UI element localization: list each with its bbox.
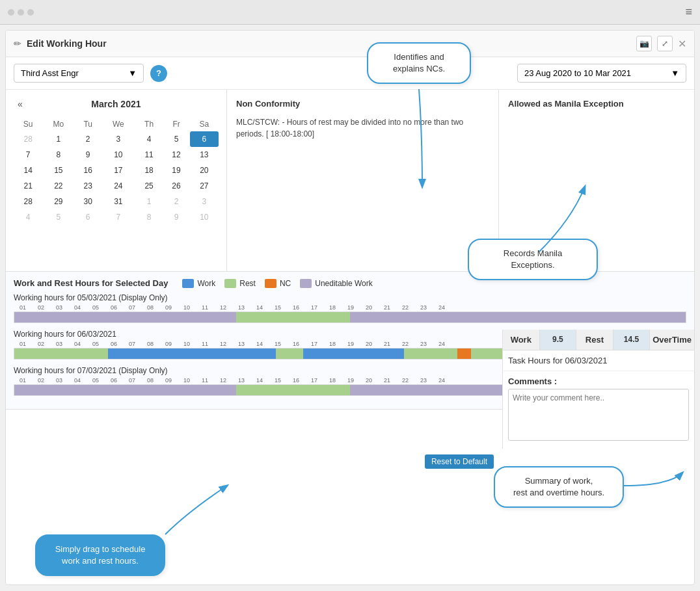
expand-button[interactable]: ⤢ <box>657 36 673 51</box>
timeline-bar[interactable] <box>14 311 686 323</box>
calendar-day[interactable]: 16 <box>74 163 101 178</box>
calendar-day[interactable]: 26 <box>163 178 189 194</box>
calendar-day[interactable]: 28 <box>14 131 42 147</box>
calendar-day[interactable]: 15 <box>42 163 74 178</box>
hour-label: 17 <box>305 341 323 347</box>
calendar-day[interactable]: 1 <box>135 194 163 209</box>
calendar-day[interactable]: 19 <box>163 163 189 178</box>
calendar-day[interactable]: 29 <box>42 194 74 209</box>
hour-label: 13 <box>232 304 250 311</box>
calendar-month-title: March 2021 <box>91 99 141 109</box>
calendar-day[interactable]: 22 <box>42 178 74 194</box>
calendar-day[interactable]: 2 <box>163 194 189 209</box>
calendar-day[interactable]: 18 <box>135 163 163 178</box>
summary-work-label: Work <box>503 330 540 350</box>
calendar-day[interactable]: 7 <box>101 209 135 225</box>
calendar-panel: « March 2021 SuMoTuWeThFrSa 281234567891… <box>6 90 227 271</box>
camera-button[interactable]: 📷 <box>636 36 652 51</box>
close-button[interactable]: ✕ <box>678 38 686 50</box>
summary-rest-label: Rest <box>576 330 613 350</box>
hour-label: 04 <box>68 341 87 347</box>
calendar-prev-button[interactable]: « <box>14 98 27 111</box>
calendar-day[interactable]: 5 <box>163 131 189 147</box>
hour-label: 21 <box>378 377 396 384</box>
calendar-day[interactable]: 13 <box>190 147 219 163</box>
legend-color-box <box>300 279 312 288</box>
hour-label: 23 <box>414 377 433 384</box>
calendar-day[interactable]: 7 <box>14 147 42 163</box>
calendar-day[interactable]: 31 <box>101 194 135 209</box>
calendar-day[interactable]: 10 <box>190 209 219 225</box>
summary-work-value: 9.5 <box>540 330 577 350</box>
reset-default-button[interactable]: Reset to Default <box>425 454 494 469</box>
nc-panel: Non Conformity MLC/STCW: - Hours of rest… <box>227 90 499 271</box>
employee-value: Third Asst Engr <box>21 68 79 78</box>
calendar-day[interactable]: 2 <box>74 131 101 147</box>
drag-tooltip-bubble: Simply drag to schedulework and rest hou… <box>35 534 165 576</box>
calendar-day[interactable]: 17 <box>101 163 135 178</box>
calendar-day-header: Tu <box>74 117 101 131</box>
browser-menu-icon[interactable]: ≡ <box>685 5 692 19</box>
date-range-arrow: ▼ <box>671 68 679 78</box>
calendar-day[interactable]: 20 <box>190 163 219 178</box>
nc-tooltip-bubble: Identifies andexplains NCs. <box>367 42 471 84</box>
calendar-day[interactable]: 4 <box>135 131 163 147</box>
calendar-day[interactable]: 11 <box>135 147 163 163</box>
hour-label: 12 <box>214 377 232 384</box>
title-bar-left: ✏ Edit Working Hour <box>14 38 107 49</box>
browser-dots <box>8 9 34 16</box>
bar-segment <box>14 348 108 359</box>
hour-label: 05 <box>87 377 105 384</box>
hour-label: 22 <box>396 377 414 384</box>
calendar-day[interactable]: 3 <box>101 131 135 147</box>
legend-item: Work <box>182 279 215 288</box>
calendar-day[interactable]: 5 <box>42 209 74 225</box>
hour-label: 19 <box>342 304 360 311</box>
hour-label: 01 <box>14 304 32 311</box>
calendar-day[interactable]: 9 <box>74 147 101 163</box>
hour-label: 06 <box>105 377 123 384</box>
calendar-day[interactable]: 23 <box>74 178 101 194</box>
calendar-day[interactable]: 3 <box>190 194 219 209</box>
hour-label: 18 <box>323 341 342 347</box>
hour-label: 11 <box>196 304 214 311</box>
calendar-day[interactable]: 6 <box>74 209 101 225</box>
calendar-day[interactable]: 21 <box>14 178 42 194</box>
hour-label: 11 <box>196 341 214 347</box>
hour-label: 05 <box>87 304 105 311</box>
calendar-day[interactable]: 9 <box>163 209 189 225</box>
hour-label: 04 <box>68 304 87 311</box>
legend-label: Uneditable Work <box>315 279 373 288</box>
legend-color-box <box>182 279 194 288</box>
calendar-day[interactable]: 28 <box>14 194 42 209</box>
comments-textarea[interactable] <box>508 389 689 441</box>
calendar-day[interactable]: 14 <box>14 163 42 178</box>
calendar-day[interactable]: 1 <box>42 131 74 147</box>
calendar-day[interactable]: 8 <box>42 147 74 163</box>
calendar-day[interactable]: 27 <box>190 178 219 194</box>
employee-dropdown[interactable]: Third Asst Engr ▼ <box>14 64 144 83</box>
calendar-week-row: 28123456 <box>14 131 219 147</box>
summary-header: Work 9.5 Rest 14.5 OverTime <box>503 330 694 350</box>
calendar-day[interactable]: 12 <box>163 147 189 163</box>
hour-label: 14 <box>250 304 269 311</box>
calendar-day[interactable]: 10 <box>101 147 135 163</box>
hour-label: 08 <box>141 377 159 384</box>
calendar-day[interactable]: 8 <box>135 209 163 225</box>
calendar-day[interactable]: 6 <box>190 131 219 147</box>
top-controls: Third Asst Engr ▼ ? 23 Aug 2020 to 10 Ma… <box>6 57 694 90</box>
hour-label: 02 <box>32 341 50 347</box>
hour-label: 02 <box>32 304 50 311</box>
help-button[interactable]: ? <box>150 65 167 82</box>
calendar-day[interactable]: 30 <box>74 194 101 209</box>
hour-label: 19 <box>342 341 360 347</box>
calendar-day[interactable]: 24 <box>101 178 135 194</box>
calendar-week-row: 45678910 <box>14 209 219 225</box>
calendar-day[interactable]: 4 <box>14 209 42 225</box>
hour-label: 15 <box>269 377 287 384</box>
hour-label: 13 <box>232 377 250 384</box>
legend: WorkRestNCUneditable Work <box>182 279 372 288</box>
edit-icon: ✏ <box>14 38 21 49</box>
date-range-dropdown[interactable]: 23 Aug 2020 to 10 Mar 2021 ▼ <box>517 64 686 83</box>
calendar-day[interactable]: 25 <box>135 178 163 194</box>
